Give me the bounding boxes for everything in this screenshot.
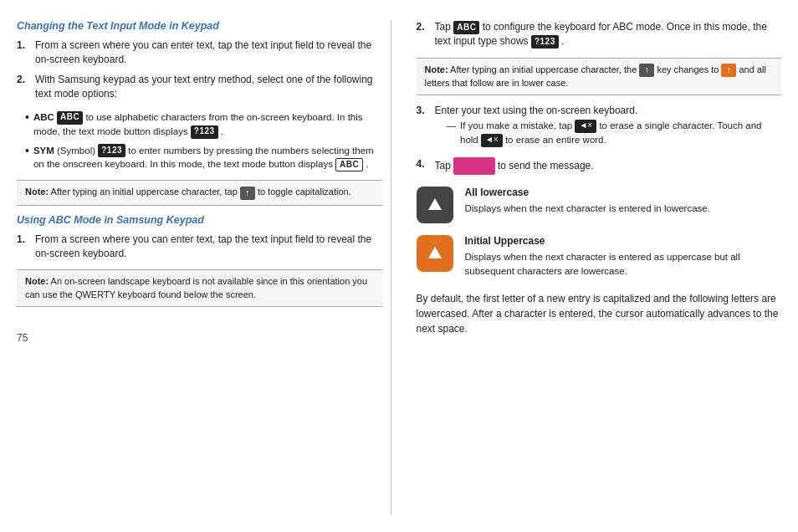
- note1-label: Note:: [25, 187, 49, 197]
- icon1-desc: Displays when the next character is ente…: [465, 202, 782, 216]
- right-note1-arrow1: ↑: [639, 64, 654, 77]
- bullet-sym: • SYM (Symbol) ?123 to enter numbers by …: [25, 144, 382, 172]
- note2-text: An on-screen landscape keyboard is not a…: [25, 276, 367, 299]
- abc-badge: ABC: [57, 111, 83, 125]
- right-step4-num: 4.: [417, 157, 430, 175]
- bullet-abc: • ABC ABC to use alphabetic characters f…: [25, 110, 382, 139]
- right-step4-text1: Tap: [435, 159, 454, 171]
- bullet-abc-content: ABC ABC to use alphabetic characters fro…: [33, 110, 382, 139]
- dash-content: If you make a mistake, tap ◄× to erase a…: [460, 119, 781, 147]
- note2-label: Note:: [25, 276, 49, 286]
- step1-1-num: 1.: [17, 38, 30, 68]
- abc-trail: .: [221, 126, 223, 136]
- icon1-text: All lowercase Displays when the next cha…: [465, 187, 782, 216]
- steps2-list: 1. From a screen where you can enter tex…: [17, 233, 382, 262]
- right-step3-dash: — If you make a mistake, tap ◄× to erase…: [447, 119, 782, 147]
- bullet-dot-1: •: [25, 110, 29, 125]
- right-step3-num: 3.: [417, 104, 430, 151]
- page: Changing the Text Input Mode in Keypad 1…: [0, 0, 798, 532]
- sym-label: SYM: [33, 146, 57, 156]
- icon-blocks: All lowercase Displays when the next cha…: [417, 187, 782, 278]
- note1-text2: to toggle capitalization.: [258, 187, 351, 197]
- abc-badge2: ?123: [191, 125, 218, 139]
- note1-arrow-icon: ↑: [240, 187, 255, 200]
- dash-text3: to erase an entire word.: [505, 135, 606, 145]
- right-step3-text: Enter your text using the on-screen keyb…: [435, 105, 638, 116]
- page-number: 75: [17, 332, 382, 344]
- icon2-text: Initial Uppercase Displays when the next…: [465, 235, 782, 278]
- step2-1: 1. From a screen where you can enter tex…: [17, 233, 382, 262]
- right-note1-box: Note: After typing an initial uppercase …: [417, 58, 782, 95]
- right-step2-content: Tap ABC to configure the keyboard for AB…: [435, 20, 782, 49]
- note1-box: Note: After typing an initial uppercase …: [17, 180, 382, 205]
- step1-1-text: From a screen where you can enter text, …: [35, 38, 382, 68]
- right-note1-arrow2: ↑: [721, 64, 736, 77]
- step1-2-num: 2.: [17, 73, 30, 102]
- step1-2-text: With Samsung keypad as your text entry m…: [35, 73, 382, 102]
- sym-paren: (Symbol): [57, 146, 98, 156]
- sym-trail: .: [366, 159, 368, 169]
- dash-text1: If you make a mistake, tap: [460, 120, 575, 130]
- arrow-up-icon-orange: [425, 243, 445, 263]
- step2-1-num: 1.: [17, 233, 30, 262]
- right-step2-text2: to configure the keyboard for ABC mode. …: [435, 21, 767, 47]
- right-note1-label: Note:: [425, 64, 448, 74]
- right-step3-content: Enter your text using the on-screen keyb…: [435, 104, 782, 151]
- right-abc-badge: ABC: [453, 21, 479, 34]
- icon-block-1: All lowercase Displays when the next cha…: [417, 187, 782, 223]
- right-q123-badge: ?123: [531, 35, 559, 49]
- send-label: SEND: [460, 159, 488, 173]
- step1-1: 1. From a screen where you can enter tex…: [17, 38, 382, 68]
- icon-box-orange: [417, 235, 453, 272]
- right-note1-text: After typing an initial uppercase charac…: [450, 64, 639, 74]
- right-step4: 4. Tap SEND to send the message.: [417, 157, 782, 175]
- abc-label: ABC: [33, 112, 57, 122]
- bullet-list: • ABC ABC to use alphabetic characters f…: [25, 110, 382, 172]
- right-step2-text: Tap: [435, 21, 454, 33]
- left-column: Changing the Text Input Mode in Keypad 1…: [17, 20, 391, 515]
- right-step2-num: 2.: [417, 20, 430, 49]
- bottom-note: By default, the first letter of a new en…: [417, 291, 782, 336]
- svg-marker-0: [428, 198, 442, 210]
- right-step3: 3. Enter your text using the on-screen k…: [417, 104, 782, 151]
- icon1-title: All lowercase: [465, 187, 782, 198]
- sym-badge: ?123: [98, 144, 125, 157]
- note2-box: Note: An on-screen landscape keyboard is…: [17, 269, 382, 307]
- dash-symbol: —: [447, 119, 457, 147]
- icon-block-2: Initial Uppercase Displays when the next…: [417, 235, 782, 278]
- right-steps1: 2. Tap ABC to configure the keyboard for…: [417, 20, 782, 49]
- step1-2: 2. With Samsung keypad as your text entr…: [17, 73, 382, 102]
- right-steps2: 3. Enter your text using the on-screen k…: [417, 104, 782, 175]
- right-step2-trail: .: [561, 35, 564, 47]
- right-step4-text2: to send the message.: [498, 159, 594, 171]
- right-note1-text2: key changes to: [657, 64, 721, 74]
- right-step2: 2. Tap ABC to configure the keyboard for…: [417, 20, 782, 49]
- del-badge2: ◄×: [481, 134, 503, 147]
- arrow-up-icon-dark: [425, 195, 445, 215]
- section2-title: Using ABC Mode in Samsung Keypad: [17, 214, 382, 226]
- steps1-list: 1. From a screen where you can enter tex…: [17, 38, 382, 102]
- bullet-dot-2: •: [25, 144, 29, 158]
- svg-marker-1: [428, 247, 442, 258]
- bullet-sym-content: SYM (Symbol) ?123 to enter numbers by pr…: [33, 144, 382, 172]
- note1-text: After typing an initial uppercase charac…: [51, 187, 240, 197]
- icon2-desc: Displays when the next character is ente…: [465, 250, 782, 278]
- del-badge1: ◄×: [575, 120, 596, 133]
- icon-box-dark: [417, 187, 453, 223]
- send-badge: SEND: [453, 157, 494, 175]
- right-step4-content: Tap SEND to send the message.: [435, 157, 594, 175]
- right-column: 2. Tap ABC to configure the keyboard for…: [408, 20, 782, 515]
- step2-1-text: From a screen where you can enter text, …: [35, 233, 382, 262]
- sym-badge2: ABC: [335, 158, 363, 171]
- section1-title: Changing the Text Input Mode in Keypad: [17, 20, 382, 32]
- icon2-title: Initial Uppercase: [465, 235, 782, 247]
